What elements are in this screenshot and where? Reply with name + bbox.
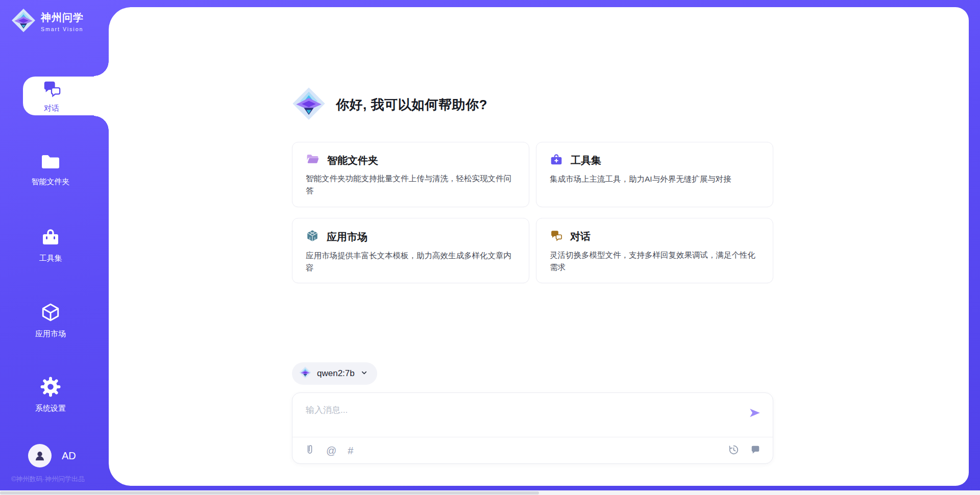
card-title: 智能文件夹 [327,154,378,167]
horizontal-scrollbar[interactable] [0,490,980,495]
message-input[interactable] [292,393,711,425]
send-icon [748,413,762,421]
hash-icon: # [348,445,353,456]
at-sign-icon: @ [326,445,336,456]
card-desc: 智能文件夹功能支持批量文件上传与清洗，轻松实现文件问答 [306,172,516,197]
app-logo: 神州问学 Smart Vision [11,8,84,35]
sidebar-item-label: 智能文件夹 [32,177,70,187]
greeting-text: 你好, 我可以如何帮助你? [336,96,487,114]
scrollbar-thumb[interactable] [0,491,539,494]
hashtag-button[interactable]: # [348,445,353,456]
send-button[interactable] [748,406,762,421]
sidebar-item-smart-folder[interactable]: 智能文件夹 [0,153,101,187]
tab-curve-top [94,61,109,77]
folder-open-icon [306,153,320,167]
card-desc: 应用市场提供丰富长文本模板，助力高效生成多样化文章内容 [306,250,516,274]
diamond-logo-icon [299,366,311,381]
history-button[interactable] [728,444,739,457]
chevron-down-icon [360,369,368,379]
feature-card-toolset[interactable]: 工具集 集成市场上主流工具，助力AI与外界无缝扩展与对接 [536,142,773,207]
sidebar-item-settings[interactable]: 系统设置 [0,377,101,413]
mention-button[interactable]: @ [326,445,336,456]
sidebar-item-label: 对话 [44,104,59,113]
briefcase-icon [40,229,61,249]
cube-grid-icon [306,229,319,244]
avatar [28,444,52,467]
chat-bubbles-icon [42,79,61,101]
feature-card-chat[interactable]: 对话 灵活切换多模型文件，支持多样回复效果调试，满足个性化需求 [536,218,773,283]
chat-icon [550,229,562,244]
sidebar: 神州问学 Smart Vision 对话 智能文件夹 [0,0,109,495]
app-subtitle: Smart Vision [41,26,84,32]
model-selector[interactable]: qwen2:7b [292,362,377,385]
chat-bubble-icon [750,444,761,456]
feature-card-smart-folder[interactable]: 智能文件夹 智能文件夹功能支持批量文件上传与清洗，轻松实现文件问答 [292,142,529,207]
sidebar-item-label: 应用市场 [35,329,66,339]
card-title: 对话 [570,230,591,243]
gear-icon [40,377,61,399]
sidebar-item-app-market[interactable]: 应用市场 [0,302,101,339]
attach-button[interactable] [305,444,315,457]
composer-toolbar: @ # [292,437,773,463]
sidebar-item-label: 系统设置 [35,404,66,413]
app-title: 神州问学 [41,11,84,24]
sidebar-item-chat[interactable]: 对话 [23,77,109,115]
card-desc: 集成市场上主流工具，助力AI与外界无缝扩展与对接 [550,173,760,185]
user-menu[interactable]: AD [28,444,76,467]
quick-chat-button[interactable] [750,444,761,456]
copyright-text: ©神州数码·神州问学出品 [11,475,85,484]
folder-icon [40,153,61,172]
feature-cards: 智能文件夹 智能文件夹功能支持批量文件上传与清洗，轻松实现文件问答 工具集 [292,142,773,283]
feature-card-app-market[interactable]: 应用市场 应用市场提供丰富长文本模板，助力高效生成多样化文章内容 [292,218,529,283]
paperclip-icon [305,444,315,457]
user-name: AD [62,450,76,462]
diamond-logo-icon [292,87,326,122]
tab-curve-bottom [94,115,109,131]
greeting-block: 你好, 我可以如何帮助你? [292,84,773,125]
card-desc: 灵活切换多模型文件，支持多样回复效果调试，满足个性化需求 [550,249,760,274]
card-title: 工具集 [571,154,601,167]
composer: @ # [292,392,773,464]
diamond-logo-icon [11,8,36,35]
card-title: 应用市场 [327,230,368,244]
main-panel: 你好, 我可以如何帮助你? 智能文件夹 智能文件夹功能支持批量文件上传与清洗，轻… [109,7,969,486]
briefcase-icon [550,153,563,168]
sidebar-item-label: 工具集 [39,254,62,263]
cube-icon [40,302,61,325]
history-clock-icon [728,444,739,457]
sidebar-item-toolset[interactable]: 工具集 [0,229,101,263]
model-name: qwen2:7b [317,368,355,379]
